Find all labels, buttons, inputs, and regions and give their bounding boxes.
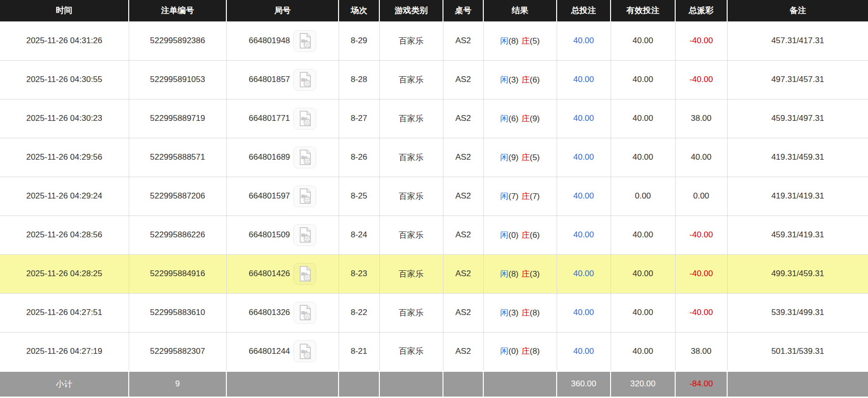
cell-session: 8-26	[339, 138, 379, 177]
video-replay-button[interactable]	[293, 224, 316, 246]
round-id: 664801244	[249, 347, 290, 356]
result-banker: 庄(5)	[522, 36, 540, 46]
cell-result: 闲(8)庄(5)	[483, 21, 557, 60]
video-replay-button[interactable]	[293, 108, 316, 130]
video-file-icon	[297, 187, 313, 205]
cell-bet-id: 522995889719	[129, 99, 226, 138]
cell-session: 8-24	[339, 216, 379, 254]
cell-valid-bet: 40.00	[611, 332, 675, 371]
cell-result: 闲(0)庄(6)	[483, 216, 557, 254]
summary-empty-table-id	[443, 371, 483, 397]
table-row[interactable]: 2025-11-26 04:27:19 522995882307 6648012…	[0, 332, 868, 371]
col-header-remark: 备注	[727, 0, 868, 21]
cell-total-bet: 40.00	[557, 216, 611, 254]
cell-session: 8-23	[339, 254, 379, 293]
result-player: 闲(8)	[500, 269, 519, 279]
col-header-time: 时间	[0, 0, 129, 21]
cell-round-id: 664801689	[226, 138, 339, 177]
col-header-total-bet: 总投注	[557, 0, 611, 21]
col-header-valid-bet: 有效投注	[611, 0, 675, 21]
cell-table-id: AS2	[443, 60, 483, 99]
cell-time: 2025-11-26 04:27:51	[0, 293, 129, 332]
result-player: 闲(6)	[500, 114, 519, 123]
cell-total-payout: 0.00	[675, 177, 727, 216]
result-player: 闲(0)	[500, 231, 519, 240]
col-header-total-payout: 总派彩	[675, 0, 727, 21]
cell-total-bet: 40.00	[557, 21, 611, 60]
cell-total-bet: 40.00	[557, 177, 611, 216]
cell-table-id: AS2	[443, 177, 483, 216]
cell-total-bet: 40.00	[557, 60, 611, 99]
table-footer: 小计 9 360.00 320.00 -84.00	[0, 371, 868, 397]
cell-remark: 419.31/459.31	[727, 138, 868, 177]
cell-valid-bet: 40.00	[611, 138, 675, 177]
cell-round-id: 664801244	[226, 332, 339, 371]
header-row: 时间 注单编号 局号 场次 游戏类别 桌号 结果 总投注 有效投注 总派彩 备注	[0, 0, 868, 21]
video-file-icon	[297, 110, 313, 127]
col-header-table-id: 桌号	[443, 0, 483, 21]
cell-remark: 457.31/417.31	[727, 21, 868, 60]
video-replay-button[interactable]	[293, 340, 316, 362]
cell-table-id: AS2	[443, 332, 483, 371]
result-banker: 庄(5)	[522, 153, 540, 162]
table-row[interactable]: 2025-11-26 04:28:25 522995884916 6648014…	[0, 254, 868, 293]
cell-remark: 459.31/497.31	[727, 99, 868, 138]
cell-bet-id: 522995884916	[129, 254, 226, 293]
cell-table-id: AS2	[443, 138, 483, 177]
cell-game-type: 百家乐	[379, 99, 443, 138]
cell-round-id: 664801771	[226, 99, 339, 138]
table-row[interactable]: 2025-11-26 04:28:56 522995886226 6648015…	[0, 216, 868, 254]
cell-total-payout: -40.00	[675, 254, 727, 293]
table-row[interactable]: 2025-11-26 04:29:24 522995887206 6648015…	[0, 177, 868, 216]
round-id: 664801597	[249, 191, 290, 201]
cell-bet-id: 522995887206	[129, 177, 226, 216]
cell-total-payout: -40.00	[675, 21, 727, 60]
video-replay-button[interactable]	[293, 30, 316, 52]
video-replay-button[interactable]	[293, 147, 316, 168]
table-header: 时间 注单编号 局号 场次 游戏类别 桌号 结果 总投注 有效投注 总派彩 备注	[0, 0, 868, 21]
cell-time: 2025-11-26 04:28:25	[0, 254, 129, 293]
cell-result: 闲(3)庄(8)	[483, 293, 557, 332]
cell-remark: 459.31/419.31	[727, 216, 868, 254]
round-id: 664801426	[249, 269, 290, 279]
cell-valid-bet: 40.00	[611, 216, 675, 254]
cell-round-id: 664801857	[226, 60, 339, 99]
cell-result: 闲(3)庄(6)	[483, 60, 557, 99]
round-id: 664801857	[249, 75, 290, 84]
cell-time: 2025-11-26 04:29:56	[0, 138, 129, 177]
table-row[interactable]: 2025-11-26 04:30:23 522995889719 6648017…	[0, 99, 868, 138]
table-row[interactable]: 2025-11-26 04:31:26 522995892386 6648019…	[0, 21, 868, 60]
table-row[interactable]: 2025-11-26 04:27:51 522995883610 6648013…	[0, 293, 868, 332]
col-header-bet-id: 注单编号	[129, 0, 226, 21]
cell-remark: 501.31/539.31	[727, 332, 868, 371]
video-file-icon	[297, 149, 313, 166]
cell-total-bet: 40.00	[557, 99, 611, 138]
cell-game-type: 百家乐	[379, 138, 443, 177]
video-file-icon	[297, 71, 313, 88]
video-replay-button[interactable]	[293, 263, 316, 285]
cell-total-bet: 40.00	[557, 293, 611, 332]
cell-table-id: AS2	[443, 99, 483, 138]
video-replay-button[interactable]	[293, 302, 316, 324]
table-row[interactable]: 2025-11-26 04:29:56 522995888571 6648016…	[0, 138, 868, 177]
video-file-icon	[297, 32, 313, 50]
cell-round-id: 664801509	[226, 216, 339, 254]
cell-total-payout: -40.00	[675, 60, 727, 99]
summary-empty-result	[483, 371, 557, 397]
table-row[interactable]: 2025-11-26 04:30:55 522995891053 6648018…	[0, 60, 868, 99]
cell-result: 闲(6)庄(9)	[483, 99, 557, 138]
col-header-round-id: 局号	[226, 0, 339, 21]
cell-game-type: 百家乐	[379, 177, 443, 216]
cell-round-id: 664801948	[226, 21, 339, 60]
cell-session: 8-28	[339, 60, 379, 99]
video-replay-button[interactable]	[293, 69, 316, 91]
cell-remark: 539.31/499.31	[727, 293, 868, 332]
result-player: 闲(7)	[500, 192, 519, 201]
cell-valid-bet: 40.00	[611, 293, 675, 332]
video-replay-button[interactable]	[293, 185, 316, 207]
cell-session: 8-27	[339, 99, 379, 138]
summary-row: 小计 9 360.00 320.00 -84.00	[0, 371, 868, 397]
cell-total-bet: 40.00	[557, 254, 611, 293]
summary-empty-remark	[727, 371, 868, 397]
result-banker: 庄(3)	[522, 269, 540, 279]
